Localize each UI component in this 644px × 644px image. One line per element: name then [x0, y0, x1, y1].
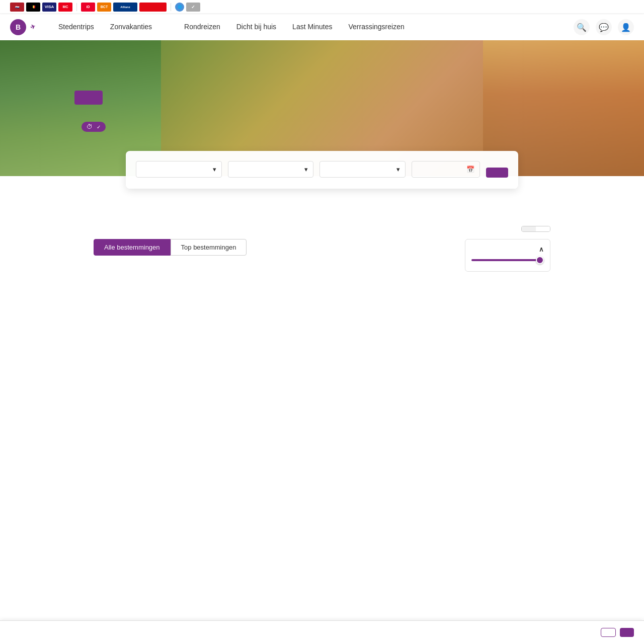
price-filter: ∧ — [465, 239, 550, 272]
datum-input[interactable]: 📅 — [412, 161, 480, 178]
type-select[interactable]: ▾ — [136, 161, 222, 178]
ideal-icon: iD — [81, 3, 95, 12]
navbar: B ✈ Stedentrips Zonvakanties Rondreizen … — [0, 14, 644, 40]
separator — [76, 3, 77, 11]
nav-fly-drives[interactable] — [160, 14, 176, 40]
hero-price-badge: ⏱ ✓ — [82, 122, 106, 132]
nav-verrassingsreizen[interactable]: Verrassingsreizen — [340, 14, 412, 40]
top-bar: 🇳🇱 🇧🇪 VISA MC iD BCT Allianz 🌐 ✓ — [0, 0, 644, 14]
map-view-button[interactable] — [536, 226, 550, 231]
vanaf-field: ▾ — [228, 159, 314, 178]
hero-title-box — [74, 91, 103, 105]
type-chevron-icon: ▾ — [213, 166, 216, 173]
nav-rondreizen[interactable]: Rondreizen — [176, 14, 228, 40]
vanaf-select[interactable]: ▾ — [228, 161, 314, 178]
nl-flag-icon: 🇳🇱 — [10, 3, 24, 12]
separator2 — [171, 3, 171, 11]
price-filter-header: ∧ — [471, 246, 544, 253]
naar-chevron-icon: ▾ — [396, 166, 400, 173]
nav-zonvakanties[interactable]: Zonvakanties — [102, 14, 160, 40]
discover-header — [94, 225, 550, 233]
bancontact-icon: BCT — [97, 3, 111, 12]
logo-icon: B — [10, 19, 26, 35]
nav-last-minutes[interactable]: Last Minutes — [284, 14, 340, 40]
naar-field: ▾ — [319, 159, 406, 178]
list-view-button[interactable] — [522, 226, 536, 231]
calendar-icon: 📅 — [466, 166, 474, 173]
mastercard-icon: MC — [58, 3, 72, 12]
view-toggle — [521, 226, 550, 232]
whatsapp-button[interactable]: 💬 — [596, 19, 612, 35]
account-button[interactable]: 👤 — [618, 19, 634, 35]
nav-stedentrips[interactable]: Stedentrips — [50, 14, 102, 40]
clock-icon: ⏱ — [87, 123, 93, 130]
globe-icon: 🌐 — [175, 3, 184, 12]
naar-select[interactable]: ▾ — [319, 161, 406, 178]
main-content — [86, 189, 558, 225]
nav-links: Stedentrips Zonvakanties Rondreizen Dich… — [50, 14, 569, 40]
datum-field: 📅 — [412, 159, 480, 178]
price-slider-track — [471, 259, 544, 261]
filter-tabs: Alle bestemmingen Top bestemmingen — [94, 239, 457, 256]
be-flag-icon: 🇧🇪 — [26, 3, 40, 12]
logo-plane-icon: ✈ — [29, 23, 36, 32]
assistance-icon — [139, 3, 167, 12]
nav-dicht-bij-huis[interactable]: Dicht bij huis — [228, 14, 284, 40]
price-slider-thumb[interactable] — [536, 256, 544, 264]
destinations-col: Alle bestemmingen Top bestemmingen — [94, 239, 457, 272]
search-bar: ▾ ▾ ▾ 📅 — [126, 151, 518, 189]
allianz-icon: Allianz — [113, 3, 137, 12]
type-field: ▾ — [136, 159, 222, 178]
payment-icons: 🇳🇱 🇧🇪 VISA MC iD BCT Allianz 🌐 ✓ — [10, 3, 200, 12]
logo[interactable]: B ✈ — [10, 19, 35, 35]
nav-icons: 🔍 💬 👤 — [574, 19, 634, 35]
search-button[interactable] — [486, 168, 508, 178]
vanaf-chevron-icon: ▾ — [304, 166, 308, 173]
search-button[interactable]: 🔍 — [574, 19, 590, 35]
tab-top-destinations[interactable]: Top bestemmingen — [171, 239, 247, 256]
price-filter-collapse-icon[interactable]: ∧ — [539, 246, 544, 253]
visa-icon: VISA — [42, 3, 56, 12]
tab-all-destinations[interactable]: Alle bestemmingen — [94, 239, 171, 256]
checkmark-icon: ✓ — [97, 124, 101, 130]
extra-icon: ✓ — [186, 3, 200, 12]
discover-area: Alle bestemmingen Top bestemmingen ∧ — [94, 239, 550, 272]
